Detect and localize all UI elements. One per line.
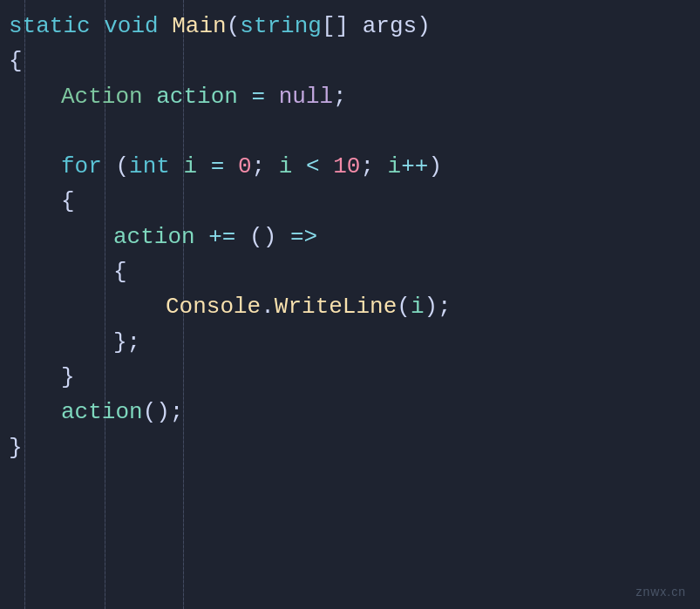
- keyword-void: void: [104, 13, 158, 39]
- code-line-7: action += () =>: [9, 220, 700, 254]
- code-line-2: {: [9, 44, 700, 78]
- code-line-10: };: [9, 325, 700, 360]
- code-line-5: for (int i = 0; i < 10; i++): [9, 149, 700, 184]
- class-console: Console: [166, 294, 261, 320]
- num-0: 0: [238, 153, 252, 179]
- code-line-8: {: [9, 254, 700, 289]
- type-action: Action: [61, 84, 143, 110]
- code-line-4: [9, 114, 700, 149]
- method-main: Main: [172, 13, 226, 39]
- var-i: i: [183, 153, 197, 179]
- var-i-2: i: [411, 294, 425, 320]
- code-container: static void Main(string[] args) { Action…: [0, 0, 700, 609]
- var-action: action: [156, 84, 238, 110]
- keyword-static: static: [9, 13, 91, 39]
- code-line-6: {: [9, 184, 700, 219]
- keyword-int: int: [129, 153, 170, 179]
- keyword-for: for: [61, 153, 102, 179]
- code-line-12: action();: [9, 395, 700, 430]
- var-action-2: action: [113, 224, 195, 250]
- num-10: 10: [333, 153, 360, 179]
- watermark: znwx.cn: [635, 585, 686, 599]
- code-line-3: Action action = null;: [9, 79, 700, 114]
- type-string: string: [240, 13, 322, 39]
- code-line-1: static void Main(string[] args): [9, 9, 700, 44]
- method-writeline: WriteLine: [275, 294, 397, 320]
- keyword-null: null: [279, 84, 333, 110]
- param-args: args: [363, 13, 417, 39]
- code-line-11: }: [9, 360, 700, 395]
- code-line-9: Console.WriteLine(i);: [9, 289, 700, 324]
- var-action-3: action: [61, 399, 143, 425]
- code-line-13: }: [9, 430, 700, 465]
- code-block: static void Main(string[] args) { Action…: [9, 9, 700, 465]
